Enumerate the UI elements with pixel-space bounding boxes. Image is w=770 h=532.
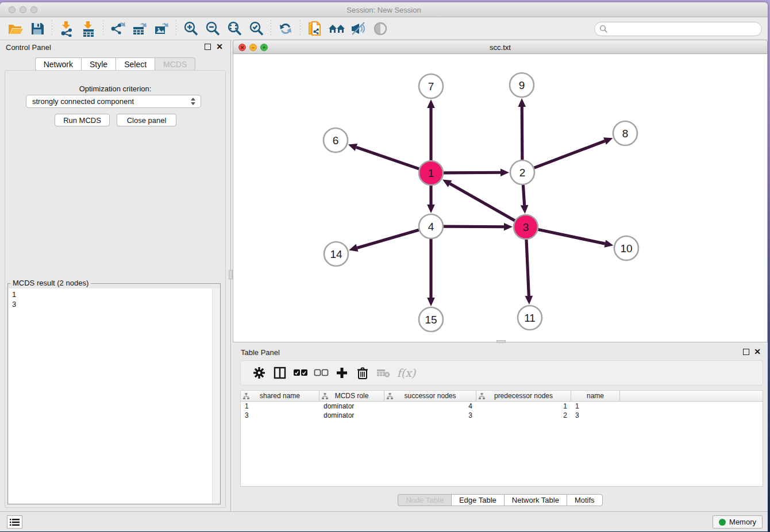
table-cell[interactable]: 1 <box>241 402 319 411</box>
tab-network[interactable]: Network <box>35 57 81 71</box>
mcds-result-item[interactable]: 1 <box>12 290 220 299</box>
edge-2-9[interactable] <box>522 107 522 160</box>
search-field[interactable] <box>594 22 762 36</box>
graphics-details-button[interactable] <box>348 19 369 38</box>
table-cell[interactable]: dominator <box>319 411 384 420</box>
import-table-icon <box>80 21 97 37</box>
apply-layout-button[interactable] <box>275 19 297 38</box>
mcds-result-scrollbar[interactable] <box>212 288 220 503</box>
float-panel-icon[interactable] <box>205 44 211 50</box>
clone-network-button[interactable] <box>304 19 326 38</box>
birds-eye-button[interactable] <box>369 19 391 38</box>
optimization-criterion-select[interactable]: strongly connected component <box>26 95 201 108</box>
tab-network-table[interactable]: Network Table <box>504 494 567 506</box>
table-cell[interactable]: 1 <box>571 402 620 411</box>
column-header-shared-name[interactable]: shared name <box>241 391 319 401</box>
zoom-selected-button[interactable] <box>245 19 267 38</box>
edge-1-2[interactable] <box>444 172 500 173</box>
save-session-button[interactable] <box>26 19 48 38</box>
table-cell[interactable]: dominator <box>319 402 384 411</box>
network-canvas[interactable]: 7968124314101511 <box>233 54 768 342</box>
export-table-button[interactable] <box>129 19 151 38</box>
table-cell[interactable]: 1 <box>476 402 571 411</box>
edge-3-1[interactable] <box>450 184 515 221</box>
memory-button[interactable]: Memory <box>713 515 763 529</box>
edge-3-11[interactable] <box>526 240 529 296</box>
edge-4-14[interactable] <box>357 230 418 248</box>
edge-3-10[interactable] <box>538 230 605 244</box>
tab-mcds[interactable]: MCDS <box>155 57 195 71</box>
export-image-button[interactable] <box>151 19 172 38</box>
table-settings-button[interactable] <box>249 363 270 383</box>
select-all-button[interactable] <box>290 363 311 383</box>
edge-2-3[interactable] <box>523 185 524 205</box>
toolbar-separator <box>176 20 176 37</box>
tab-select[interactable]: Select <box>116 57 155 71</box>
zoom-out-button[interactable] <box>202 19 224 38</box>
first-neighbors-button[interactable] <box>326 19 348 38</box>
deselect-all-button[interactable] <box>311 363 332 383</box>
mcds-result-list[interactable]: 13 <box>9 288 220 503</box>
status-bar: Memory <box>0 511 768 531</box>
open-session-button[interactable] <box>5 19 26 38</box>
column-header-predecessor-nodes[interactable]: predecessor nodes <box>476 391 571 401</box>
control-panel-tabs: Network Style Select MCDS <box>0 57 230 71</box>
arrowhead-icon <box>521 205 529 214</box>
tab-style[interactable]: Style <box>81 57 116 71</box>
zoom-out-icon <box>205 21 221 37</box>
arrowhead-icon <box>427 99 435 108</box>
gear-icon <box>253 367 265 379</box>
splitter-grip[interactable] <box>229 270 233 279</box>
table-panel-header: Table Panel ✕ <box>233 344 768 358</box>
split-panel-button[interactable] <box>270 363 290 383</box>
column-header-MCDS-role[interactable]: MCDS role <box>319 391 384 401</box>
table-cell[interactable]: 3 <box>571 411 620 420</box>
float-table-panel-icon[interactable] <box>743 349 749 355</box>
apply-function-button-disabled[interactable]: f(x) <box>394 363 419 383</box>
column-header-label: MCDS role <box>335 392 369 400</box>
import-network-button[interactable] <box>56 19 78 38</box>
node-table[interactable]: shared nameMCDS rolesuccessor nodesprede… <box>240 390 763 487</box>
task-history-button[interactable] <box>7 515 22 529</box>
network-window-title: scc.txt <box>233 43 767 52</box>
add-column-button[interactable] <box>332 363 352 383</box>
zoom-fit-button[interactable] <box>224 19 245 38</box>
table-cell[interactable]: 2 <box>476 411 571 420</box>
edge-4-3[interactable] <box>444 226 504 227</box>
close-panel-icon[interactable]: ✕ <box>216 42 223 51</box>
search-input[interactable] <box>611 25 757 33</box>
toolbar-separator <box>271 20 271 37</box>
tab-motifs[interactable]: Motifs <box>567 494 603 506</box>
close-panel-button[interactable]: Close panel <box>117 114 176 126</box>
table-cell[interactable]: 3 <box>384 411 476 420</box>
edge-1-6[interactable] <box>356 147 419 169</box>
tab-edge-table[interactable]: Edge Table <box>451 494 504 506</box>
chevron-up-down-icon <box>191 98 196 105</box>
graph-node-label: 4 <box>428 221 434 233</box>
table-row[interactable]: 3dominator323 <box>241 411 763 420</box>
column-header-successor-nodes[interactable]: successor nodes <box>384 391 476 401</box>
column-header-name[interactable]: name <box>571 391 620 401</box>
table-cell[interactable]: 3 <box>241 411 319 420</box>
arrowhead-icon <box>603 137 613 145</box>
table-row[interactable]: 1dominator411 <box>241 402 763 411</box>
zoom-in-button[interactable] <box>180 19 202 38</box>
search-icon <box>599 25 608 33</box>
tab-node-table[interactable]: Node Table <box>398 494 451 506</box>
import-table-button[interactable] <box>78 19 99 38</box>
memory-status-dot <box>719 519 726 526</box>
arrowhead-icon <box>525 296 533 304</box>
delete-table-button-disabled[interactable] <box>373 363 394 383</box>
main-toolbar <box>0 18 768 40</box>
zoom-fit-icon <box>226 21 242 37</box>
network-graph[interactable]: 7968124314101511 <box>233 54 767 341</box>
close-table-panel-icon[interactable]: ✕ <box>754 347 761 356</box>
mcds-result-item[interactable]: 3 <box>12 299 220 309</box>
table-cell[interactable]: 4 <box>384 402 476 411</box>
column-header-label: shared name <box>260 392 300 400</box>
run-mcds-button[interactable]: Run MCDS <box>55 114 110 126</box>
delete-column-button[interactable] <box>352 363 373 383</box>
export-network-button[interactable] <box>107 19 129 38</box>
splitter-grip-horizontal[interactable] <box>496 340 506 343</box>
edge-2-8[interactable] <box>534 141 605 168</box>
